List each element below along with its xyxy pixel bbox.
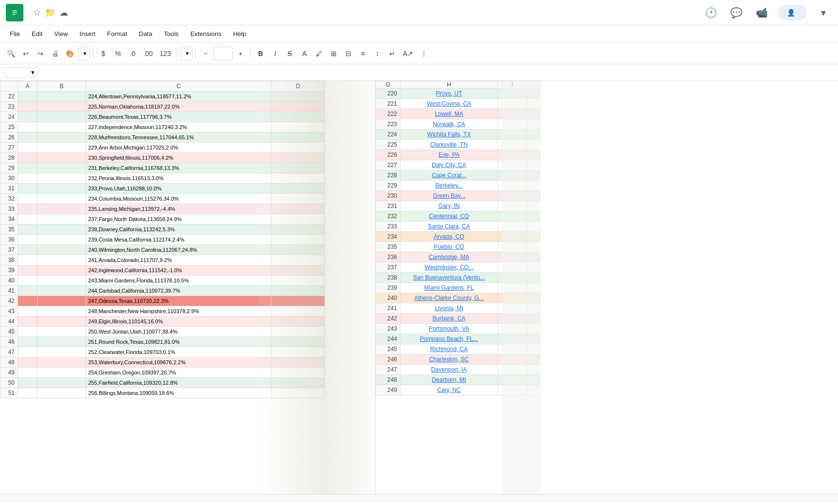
right-col-i-cell[interactable] <box>498 130 527 140</box>
cell-a[interactable] <box>18 204 38 214</box>
right-col-i-cell[interactable] <box>498 232 527 242</box>
menu-extensions[interactable]: Extensions <box>185 28 228 39</box>
cell-d[interactable] <box>271 102 325 112</box>
cell-c[interactable]: 239,Costa Mesa,California,112174,2.4% <box>86 235 271 245</box>
right-col-i-cell[interactable] <box>498 283 527 293</box>
cell-d[interactable] <box>271 357 325 368</box>
cell-d[interactable] <box>271 337 325 347</box>
cell-a[interactable] <box>18 337 38 347</box>
menu-data[interactable]: Data <box>133 28 158 39</box>
right-col-j-cell[interactable] <box>527 334 541 344</box>
cell-c[interactable]: 248,Manchester,New Hampshire,110378,2.9% <box>86 306 271 317</box>
share-button[interactable]: 👤 <box>778 5 807 20</box>
right-city[interactable]: Athens-Clarke County, G... <box>400 293 498 303</box>
right-city[interactable]: Charleston, SC <box>400 355 498 365</box>
cell-c[interactable]: 241,Arvada,Colorado,111707,9.2% <box>86 255 271 265</box>
cell-d[interactable] <box>271 122 325 132</box>
cell-a[interactable] <box>18 347 38 357</box>
cell-b[interactable] <box>38 347 86 357</box>
cell-c[interactable]: 244,Carlsbad,California,110972,39.7% <box>86 286 271 296</box>
right-city[interactable]: Cambridge, MA <box>400 252 498 262</box>
right-city[interactable]: San Buenaventura (Ventu... <box>400 273 498 283</box>
inc-decimals-icon[interactable]: .00 <box>140 47 155 60</box>
right-col-j-cell[interactable] <box>527 303 541 314</box>
cell-c[interactable]: 242,Inglewood,California,111542,-1.0% <box>86 265 271 276</box>
right-col-j-cell[interactable] <box>527 273 541 283</box>
cell-b[interactable] <box>38 92 86 102</box>
cell-d[interactable] <box>271 184 325 194</box>
cell-b[interactable] <box>38 235 86 245</box>
menu-format[interactable]: Format <box>101 28 133 39</box>
cell-b[interactable] <box>38 224 86 235</box>
horizontal-scrollbar[interactable] <box>0 494 838 501</box>
cell-b[interactable] <box>38 388 86 398</box>
cell-d[interactable] <box>271 296 325 306</box>
cell-a[interactable] <box>18 224 38 235</box>
cell-b[interactable] <box>38 214 86 224</box>
menu-tools[interactable]: Tools <box>158 28 184 39</box>
right-col-j-cell[interactable] <box>527 181 541 191</box>
right-col-j-cell[interactable] <box>527 191 541 201</box>
col-header-A[interactable]: A <box>18 81 38 92</box>
right-col-j-cell[interactable] <box>527 201 541 211</box>
cell-c[interactable]: 228,Murfreesboro,Tennessee,117044,65.1% <box>86 132 271 143</box>
right-col-j-cell[interactable] <box>527 211 541 222</box>
right-city[interactable]: Norwalk, CA <box>400 119 498 130</box>
right-col-H[interactable]: H <box>400 81 498 89</box>
right-city[interactable]: Livonia, MI <box>400 303 498 314</box>
right-col-i-cell[interactable] <box>498 303 527 314</box>
cell-a[interactable] <box>18 235 38 245</box>
cell-c[interactable]: 249,Elgin,Illinois,110145,16.0% <box>86 317 271 327</box>
cell-c[interactable]: 229,Ann Arbor,Michigan,117025,2.0% <box>86 143 271 153</box>
cell-c[interactable]: 232,Peoria,Illinois,116513,3.0% <box>86 173 271 184</box>
video-icon[interactable]: 📹 <box>753 4 770 21</box>
cell-a[interactable] <box>18 368 38 378</box>
cell-a[interactable] <box>18 245 38 255</box>
cell-b[interactable] <box>38 255 86 265</box>
right-city[interactable]: Cary, NC <box>400 385 498 395</box>
right-col-i-cell[interactable] <box>498 355 527 365</box>
valign-icon[interactable]: ↕ <box>371 47 384 60</box>
cell-d[interactable] <box>271 204 325 214</box>
undo-icon[interactable]: ↩ <box>19 47 33 60</box>
cell-c[interactable]: 233,Provo,Utah,116288,10.0% <box>86 184 271 194</box>
right-col-i-cell[interactable] <box>498 334 527 344</box>
cell-a[interactable] <box>18 276 38 286</box>
right-city[interactable]: Lowell, MA <box>400 109 498 119</box>
right-col-j-cell[interactable] <box>527 385 541 395</box>
right-col-i-cell[interactable] <box>498 170 527 181</box>
cell-b[interactable] <box>38 112 86 122</box>
right-col-j-cell[interactable] <box>527 232 541 242</box>
right-col-i-cell[interactable] <box>498 99 527 109</box>
right-city[interactable]: Richmond, CA <box>400 344 498 355</box>
right-city[interactable]: Pueblo, CO <box>400 242 498 252</box>
cell-c[interactable]: 252,Clearwater,Florida,109703,0.1% <box>86 347 271 357</box>
right-city[interactable]: Burbank, CA <box>400 314 498 324</box>
cell-a[interactable] <box>18 112 38 122</box>
cell-b[interactable] <box>38 368 86 378</box>
cell-d[interactable] <box>271 163 325 173</box>
right-col-I[interactable]: I <box>498 81 527 89</box>
cell-a[interactable] <box>18 132 38 143</box>
right-col-i-cell[interactable] <box>498 211 527 222</box>
right-col-i-cell[interactable] <box>498 385 527 395</box>
right-col-j-cell[interactable] <box>527 160 541 170</box>
right-col-i-cell[interactable] <box>498 242 527 252</box>
cell-d[interactable] <box>271 276 325 286</box>
cell-b[interactable] <box>38 265 86 276</box>
format-123[interactable]: 123 <box>156 47 173 60</box>
cell-c[interactable]: 234,Columbia,Missouri,115276,34.0% <box>86 194 271 204</box>
cell-b[interactable] <box>38 327 86 337</box>
cell-c[interactable]: 235,Lansing,Michigan,113972,-4.4% <box>86 204 271 214</box>
cell-b[interactable] <box>38 317 86 327</box>
cell-c[interactable]: 240,Wilmington,North Carolina,112067,24.… <box>86 245 271 255</box>
cell-b[interactable] <box>38 204 86 214</box>
right-col-j-cell[interactable] <box>527 242 541 252</box>
font-family-select[interactable]: ▾ <box>180 47 192 60</box>
more-icon[interactable]: ⋮ <box>417 47 431 60</box>
right-city[interactable]: Cape Coral... <box>400 170 498 181</box>
cell-b[interactable] <box>38 337 86 347</box>
cell-b[interactable] <box>38 163 86 173</box>
cell-a[interactable] <box>18 122 38 132</box>
right-city[interactable]: Erie, PA <box>400 150 498 160</box>
